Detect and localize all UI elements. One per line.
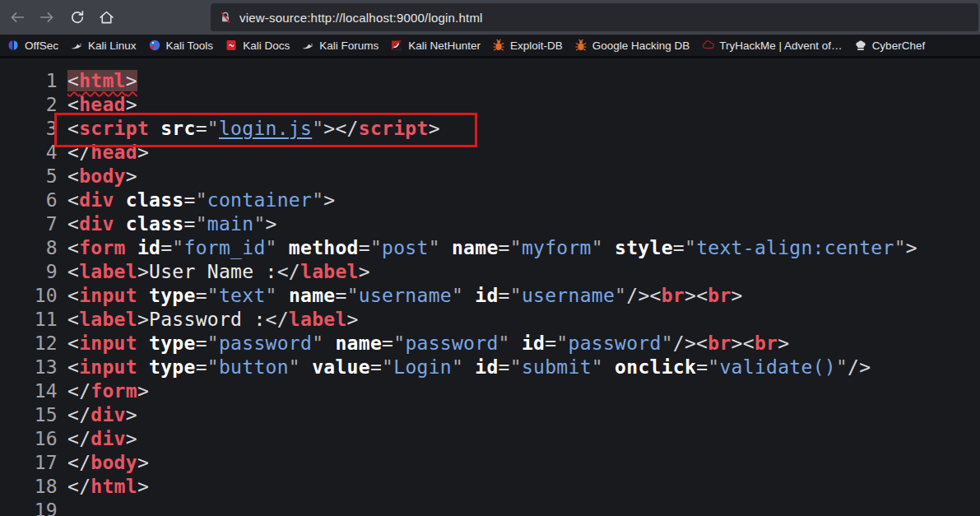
- source-line: 11<label>Password :</label>: [0, 308, 980, 332]
- source-line: 17</body>: [0, 451, 980, 475]
- line-number: 7: [0, 212, 67, 236]
- source-code-text: </head>: [67, 141, 149, 165]
- source-code-text: </div>: [67, 427, 137, 451]
- source-code-text: <head>: [67, 93, 137, 117]
- line-number: 2: [0, 93, 67, 117]
- view-source-content: 1<html>2<head>3<script src="login.js"></…: [0, 58, 980, 516]
- source-line: 4</head>: [0, 141, 980, 165]
- line-number: 5: [0, 165, 67, 188]
- bookmark-item[interactable]: Kali Docs: [219, 35, 295, 56]
- source-code-text: <input type="button" value="Login" id="s…: [67, 356, 871, 379]
- line-number: 12: [0, 332, 67, 356]
- source-code-text: <input type="text" name="username" id="u…: [67, 284, 743, 308]
- bookmark-label: TryHackMe | Advent of…: [719, 40, 842, 52]
- source-code-text: <body>: [67, 165, 137, 188]
- cloud-icon: [701, 39, 714, 52]
- source-code-text: </form>: [67, 379, 149, 403]
- source-line: 18</html>: [0, 475, 980, 499]
- line-number: 14: [0, 379, 67, 403]
- line-number: 8: [0, 236, 67, 260]
- bookmark-item[interactable]: Kali NetHunter: [384, 35, 486, 56]
- offsec-icon: [7, 39, 20, 52]
- bookmark-label: Kali Tools: [166, 40, 214, 52]
- search-highlight: <html>: [67, 70, 137, 91]
- bug-icon: [492, 39, 505, 52]
- line-number: 1: [0, 69, 67, 93]
- source-code-text: </body>: [67, 451, 149, 475]
- bookmark-item[interactable]: Kali Tools: [142, 35, 220, 56]
- line-number: 3: [0, 117, 67, 141]
- bookmark-item[interactable]: OffSec: [1, 35, 64, 56]
- bookmark-label: Kali Linux: [88, 40, 137, 52]
- source-line: 16</div>: [0, 427, 980, 451]
- source-line: 19: [0, 499, 980, 516]
- bookmark-item[interactable]: Google Hacking DB: [569, 35, 696, 56]
- home-icon: [98, 9, 115, 26]
- source-line: 15</div>: [0, 403, 980, 427]
- bookmark-label: Kali Forums: [319, 40, 379, 52]
- line-number: 6: [0, 188, 67, 212]
- bookmarks-toolbar: OffSecKali LinuxKali ToolsKali DocsKali …: [0, 35, 980, 58]
- login-js-link[interactable]: login.js: [219, 118, 312, 139]
- bookmark-item[interactable]: Kali Forums: [295, 35, 384, 56]
- source-code-text: <label>User Name :</label>: [67, 260, 370, 284]
- source-line: 5<body>: [0, 165, 980, 188]
- line-number: 13: [0, 356, 67, 379]
- back-button[interactable]: [7, 7, 28, 28]
- source-code-text: <label>Password :</label>: [67, 308, 359, 332]
- line-number: 4: [0, 141, 67, 165]
- source-line: 2<head>: [0, 93, 980, 117]
- bookmark-label: Kali Docs: [243, 40, 290, 52]
- source-line: 9<label>User Name :</label>: [0, 260, 980, 284]
- bookmark-item[interactable]: Kali Linux: [64, 35, 142, 56]
- bookmark-item[interactable]: TryHackMe | Advent of…: [695, 35, 848, 56]
- kali-dragon-icon: [301, 39, 314, 52]
- insecure-lock-icon[interactable]: [219, 11, 232, 24]
- bookmark-item[interactable]: Exploit-DB: [486, 35, 569, 56]
- line-number: 18: [0, 475, 67, 499]
- navigation-toolbar: view-source:http://localhost:9000/login.…: [0, 0, 980, 35]
- source-line: 14</form>: [0, 379, 980, 403]
- source-line: 6<div class="container">: [0, 188, 980, 212]
- reload-button[interactable]: [66, 7, 87, 28]
- bookmark-label: OffSec: [25, 40, 58, 52]
- source-code-listing: 1<html>2<head>3<script src="login.js"></…: [0, 69, 980, 516]
- chef-hat-icon: [854, 39, 867, 52]
- kali-docs-icon: [225, 39, 238, 52]
- source-code-text: </div>: [67, 403, 137, 427]
- forward-button[interactable]: [36, 7, 58, 28]
- bookmark-label: CyberChef: [872, 40, 926, 52]
- line-number: 15: [0, 403, 67, 427]
- source-code-text: <form id="form_id" method="post" name="m…: [67, 236, 917, 260]
- source-code-text: </html>: [67, 475, 149, 499]
- bug-icon: [574, 39, 588, 52]
- source-code-text: <html>: [67, 69, 137, 93]
- source-code-text: <div class="main">: [67, 212, 277, 236]
- bookmark-label: Exploit-DB: [510, 40, 563, 52]
- line-number: 19: [0, 499, 67, 516]
- source-code-text: <script src="login.js"></script>: [67, 117, 440, 141]
- line-number: 9: [0, 260, 67, 284]
- line-number: 10: [0, 284, 67, 308]
- kali-tools-icon: [148, 39, 161, 52]
- kali-nethunter-icon: [390, 39, 403, 52]
- source-line: 13<input type="button" value="Login" id=…: [0, 356, 980, 379]
- forward-arrow-icon: [38, 8, 56, 26]
- line-number: 17: [0, 451, 67, 475]
- line-number: 16: [0, 427, 67, 451]
- source-line: 7<div class="main">: [0, 212, 980, 236]
- source-line: 8<form id="form_id" method="post" name="…: [0, 236, 980, 260]
- kali-dragon-icon: [70, 39, 83, 52]
- reload-icon: [68, 9, 86, 26]
- line-number: 11: [0, 308, 67, 332]
- source-code-text: <input type="password" name="password" i…: [67, 332, 789, 356]
- home-button[interactable]: [95, 7, 117, 28]
- source-line: 3<script src="login.js"></script>: [0, 117, 980, 141]
- source-line: 10<input type="text" name="username" id=…: [0, 284, 980, 308]
- back-arrow-icon: [8, 8, 26, 26]
- url-bar[interactable]: view-source:http://localhost:9000/login.…: [211, 3, 978, 31]
- source-code-text: <div class="container">: [67, 188, 335, 212]
- bookmark-item[interactable]: CyberChef: [848, 35, 931, 56]
- source-line: 1<html>: [0, 69, 980, 93]
- url-text: view-source:http://localhost:9000/login.…: [239, 11, 483, 25]
